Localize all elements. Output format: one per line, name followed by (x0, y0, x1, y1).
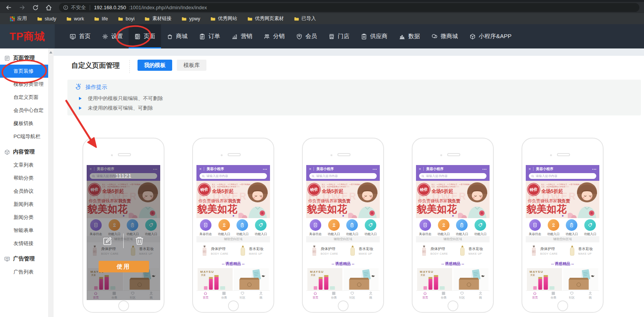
bookmark-item[interactable]: 已导入 (289, 13, 321, 24)
sidebar-item[interactable]: 新闻分类 (0, 211, 48, 224)
template-card[interactable]: × 美容小程序 ••• 请输入提示内容 FLOWER (522, 138, 604, 313)
bookmark-item[interactable]: life (89, 13, 113, 24)
more-dots-icon: ••• (483, 167, 487, 171)
topnav-item[interactable]: 页面 (129, 24, 161, 48)
sidebar-item[interactable]: 会员协议 (0, 185, 48, 198)
brand-image-card: MAYSU 美素 (307, 268, 342, 290)
bookmark-item[interactable]: 优秀网页素材 (242, 13, 289, 24)
tips-panel: 操作提示 使用中的模板只能编辑、不可删除 未使用的模板可编辑、可删除 (67, 80, 641, 115)
sidebar-scrollbar[interactable] (48, 48, 54, 317)
heart-icon (350, 291, 354, 295)
bookmark-item[interactable]: work (61, 13, 89, 24)
person-icon (548, 219, 559, 231)
refresh-icon[interactable] (32, 5, 39, 11)
address-bar[interactable]: 不安全 192.168.0.250 :1001/index.php/Admin/… (59, 3, 639, 12)
order-icon (199, 33, 205, 40)
banner-promo-text: 全场5折起 (431, 188, 453, 195)
topnav-item[interactable]: 数据 (393, 24, 426, 48)
gift-box-image-card (344, 268, 379, 290)
scroll-up-icon[interactable] (49, 51, 52, 53)
sidebar-section-title[interactable]: 内容管理 (0, 145, 48, 158)
template-card[interactable]: × 美容小程序 ••• 请输入提示内容 FLOWER (192, 138, 274, 313)
bookmark-item[interactable]: study (32, 13, 61, 24)
info-icon[interactable] (63, 5, 68, 10)
sidebar-item[interactable]: 智能表单 (0, 224, 48, 237)
ad-icon: AD (4, 256, 10, 262)
sidebar-section-title[interactable]: AD广告管理 (0, 252, 48, 265)
trash-icon[interactable] (134, 236, 144, 246)
sidebar-item[interactable]: 模板切换 (0, 117, 48, 130)
topnav-item[interactable]: 设置 (96, 24, 129, 48)
phone-speaker (337, 153, 351, 156)
topnav-item[interactable]: 首页 (64, 24, 96, 48)
kraft-box-image (563, 268, 598, 290)
banner-small-text: 女人，一天的公主，十个月的女王，一辈子的闺蜜—— 今天，养好的肌肤是自己的资本—… (212, 184, 258, 188)
sidebar-item[interactable]: 帮助分类 (0, 172, 48, 185)
mall-icon (167, 33, 173, 40)
forward-icon[interactable] (19, 4, 25, 11)
content-top-strip (54, 48, 644, 56)
page-icon (134, 33, 141, 40)
marketing-icon (231, 33, 238, 40)
sidebar-item[interactable]: 文章列表 (0, 158, 48, 172)
home-icon[interactable] (45, 4, 52, 11)
building-icon (236, 219, 248, 231)
sidebar-item[interactable]: 首页装修 (0, 65, 48, 78)
url-host: 192.168.0.250 (94, 5, 126, 10)
sidebar-item[interactable]: 新闻列表 (0, 198, 48, 211)
sidebar-item[interactable]: 会员中心自定义 (0, 104, 48, 117)
miniapp-bottom-nav: 首页 分类 社区 我 (526, 290, 599, 300)
bookmark-item[interactable]: boyi (113, 13, 139, 24)
bookmark-item[interactable]: ypwy (176, 13, 205, 24)
topnav-item[interactable]: 营销 (226, 24, 258, 48)
topnav-item[interactable]: 会员 (290, 24, 323, 48)
template-card[interactable]: × 美容小程序 ••• 请输入提示内容 FLOWER (302, 138, 384, 313)
miniapp-search-bar: 请输入提示内容 (529, 173, 596, 179)
section-title: -- 诱惑精品 -- (416, 259, 490, 268)
promo-banner: FLOWER 特价 女人，一天的公主，十个月的女王，一辈子的闺蜜—— (196, 181, 270, 218)
sidebar-item[interactable]: PC端导航栏 (0, 130, 48, 143)
content-icon (4, 149, 10, 155)
back-icon[interactable] (5, 4, 12, 11)
lotion-bottle-image (201, 244, 208, 257)
phone-home-button (228, 300, 239, 311)
sidebar-item[interactable]: 模板分类管理 (0, 78, 48, 91)
topnav-item[interactable]: 小程序&APP (464, 24, 517, 48)
use-template-button[interactable]: 使用 (99, 261, 149, 272)
tab-my-templates[interactable]: 我的模板 (138, 60, 172, 71)
template-card[interactable]: × 美容小程序 ••• 请输入提示内容 FLOWER (82, 138, 164, 313)
close-icon: × (199, 167, 201, 171)
svg-text:AD: AD (5, 257, 8, 260)
bookmark-item[interactable]: 应用 (5, 13, 32, 24)
bookmark-item[interactable]: 优秀网站 (205, 13, 242, 24)
bookmark-item[interactable]: 素材链接 (139, 13, 176, 24)
edit-icon[interactable] (102, 236, 112, 246)
sidebar-item[interactable]: 友情链接 (0, 237, 48, 250)
user-icon (588, 291, 592, 295)
topnav-item[interactable]: 门店 (323, 24, 355, 48)
logo[interactable]: TP商城 (0, 24, 55, 48)
topnav-item[interactable]: 微商城 (426, 24, 464, 48)
user-icon (478, 291, 483, 295)
miniapp-search-bar: 请输入提示内容 (309, 173, 377, 179)
topnav-item[interactable]: 订单 (193, 24, 226, 48)
apps-grid-icon (10, 16, 15, 22)
topnav-item[interactable]: 供应商 (355, 24, 393, 48)
aux-blank-area: 辅助空白区域 (526, 236, 599, 242)
search-placeholder: 请输入提示内容 (536, 174, 557, 178)
topnav-item[interactable]: 商城 (161, 24, 193, 48)
tab-community: 社区 (233, 291, 252, 300)
tab-template-library[interactable]: 模板库 (177, 60, 206, 71)
sidebar-section-title[interactable]: 页面管理 (0, 52, 48, 65)
pink-bottles-image (417, 274, 452, 290)
sidebar-item[interactable]: 自定义页面 (0, 91, 48, 104)
search-icon (202, 175, 205, 178)
template-card[interactable]: × 美容小程序 ••• 请输入提示内容 FLOWER (412, 138, 494, 313)
close-icon: × (419, 167, 421, 171)
sidebar-item[interactable]: 广告列表 (0, 265, 48, 279)
phone-camera-dot (440, 154, 442, 156)
bookmarks-bar: 应用studyworklifeboyi素材链接ypwy优秀网站优秀网页素材已导入 (0, 13, 644, 24)
topnav-item[interactable]: 分销 (258, 24, 290, 48)
gift-box-image-card (453, 268, 488, 290)
banner-promo-text: 全场5折起 (322, 188, 344, 195)
